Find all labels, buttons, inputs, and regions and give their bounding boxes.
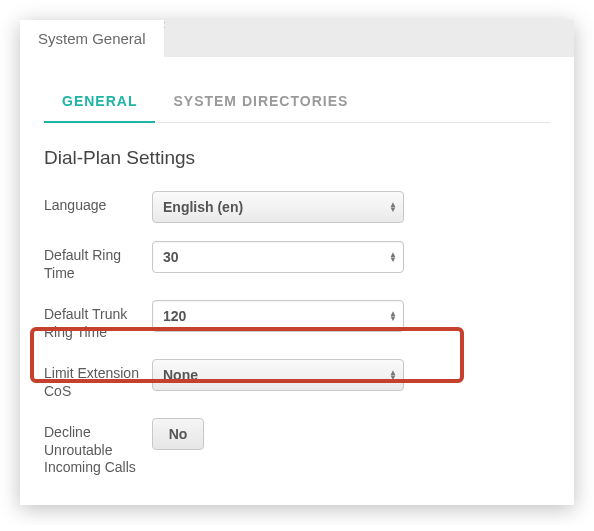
decline-toggle[interactable]: No	[152, 418, 204, 450]
default-ring-input[interactable]: 30 ▲▼	[152, 241, 404, 273]
stepper-icon: ▲▼	[389, 252, 397, 262]
label-default-ring: Default Ring Time	[44, 241, 152, 282]
label-trunk-ring: Default Trunk Ring Time	[44, 300, 152, 341]
trunk-ring-value: 120	[163, 308, 186, 324]
row-default-ring: Default Ring Time 30 ▲▼	[44, 241, 550, 282]
inner-tabs: GENERAL SYSTEM DIRECTORIES	[44, 83, 550, 123]
row-decline: Decline Unroutable Incoming Calls No	[44, 418, 550, 477]
label-limit-cos: Limit Extension CoS	[44, 359, 152, 400]
label-decline: Decline Unroutable Incoming Calls	[44, 418, 152, 477]
tab-general[interactable]: GENERAL	[44, 83, 155, 123]
settings-panel: System General GENERAL SYSTEM DIRECTORIE…	[20, 20, 574, 505]
chevron-updown-icon: ▲▼	[389, 202, 397, 212]
tab-system-directories[interactable]: SYSTEM DIRECTORIES	[155, 83, 366, 122]
language-select[interactable]: English (en) ▲▼	[152, 191, 404, 223]
row-limit-cos: Limit Extension CoS None ▲▼	[44, 359, 550, 400]
panel-tab-system-general[interactable]: System General	[20, 20, 164, 57]
language-select-value: English (en)	[163, 199, 243, 215]
label-language: Language	[44, 191, 152, 215]
section-title: Dial-Plan Settings	[44, 147, 550, 169]
limit-cos-value: None	[163, 367, 198, 383]
trunk-ring-input[interactable]: 120 ▲▼	[152, 300, 404, 332]
stepper-icon: ▲▼	[389, 311, 397, 321]
row-trunk-ring: Default Trunk Ring Time 120 ▲▼	[44, 300, 550, 341]
panel-tab-bar: System General	[20, 20, 574, 57]
row-language: Language English (en) ▲▼	[44, 191, 550, 223]
default-ring-value: 30	[163, 249, 179, 265]
panel-content: GENERAL SYSTEM DIRECTORIES Dial-Plan Set…	[20, 57, 574, 505]
chevron-updown-icon: ▲▼	[389, 370, 397, 380]
limit-cos-select[interactable]: None ▲▼	[152, 359, 404, 391]
